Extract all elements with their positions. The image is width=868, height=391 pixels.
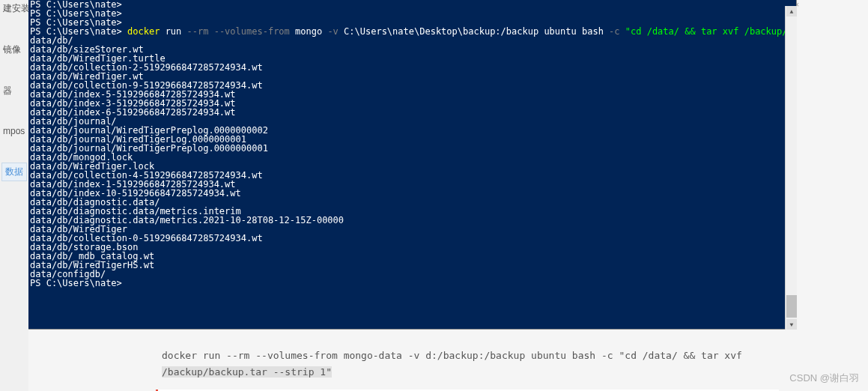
output-line: data/configdb/ xyxy=(30,270,795,279)
output-line: data/db/collection-2-5192966847285724934… xyxy=(30,63,795,72)
output-line: data/db/ xyxy=(30,36,795,45)
code-block: docker run --rm --volumes-from mongo-dat… xyxy=(156,345,779,384)
vertical-scrollbar[interactable]: ▲ ▼ xyxy=(785,6,797,330)
sidebar-item-image[interactable]: 镜像 xyxy=(0,41,28,58)
output-line: data/db/diagnostic.data/metrics.2021-10-… xyxy=(30,216,795,225)
sidebar-item-compose[interactable]: mpos xyxy=(0,124,28,139)
output-line: data/db/WiredTigerHS.wt xyxy=(30,261,795,270)
article-content: docker run --rm --volumes-from mongo-dat… xyxy=(105,330,779,391)
code-text: docker run --rm --volumes-from mongo-dat… xyxy=(162,350,742,361)
watermark: CSDN @谢白羽 xyxy=(789,372,859,385)
prompt-line: PS C:\Users\nate> xyxy=(30,279,795,288)
sidebar-item-install[interactable]: 建安装 xyxy=(0,0,28,17)
output-line: data/db/index-6-5192966847285724934.wt xyxy=(30,108,795,117)
powershell-terminal[interactable]: PS C:\Users\nate> PS C:\Users\nate> PS C… xyxy=(28,0,797,330)
scroll-up-icon[interactable]: ▲ xyxy=(786,6,797,16)
prompt-line: PS C:\Users\nate> xyxy=(30,9,795,18)
prompt-line: PS C:\Users\nate> xyxy=(30,0,795,9)
output-line: data/db/journal/WiredTigerPreplog.000000… xyxy=(30,144,795,153)
terminal-output: data/db/data/db/sizeStorer.wtdata/db/Wir… xyxy=(30,36,795,279)
sidebar-item-data[interactable]: 数据 xyxy=(1,163,27,181)
sidebar-item-container[interactable]: 器 xyxy=(0,82,28,100)
output-line: data/db/collection-0-5192966847285724934… xyxy=(30,234,795,243)
command-line: PS C:\Users\nate> docker run --rm --volu… xyxy=(30,27,795,36)
scrollbar-thumb[interactable] xyxy=(786,295,797,318)
left-sidebar: 建安装 镜像 器 mpos 数据 xyxy=(0,0,28,391)
scroll-down-icon[interactable]: ▼ xyxy=(786,319,797,330)
code-text-highlighted: /backup/backup.tar --strip 1" xyxy=(162,366,332,378)
